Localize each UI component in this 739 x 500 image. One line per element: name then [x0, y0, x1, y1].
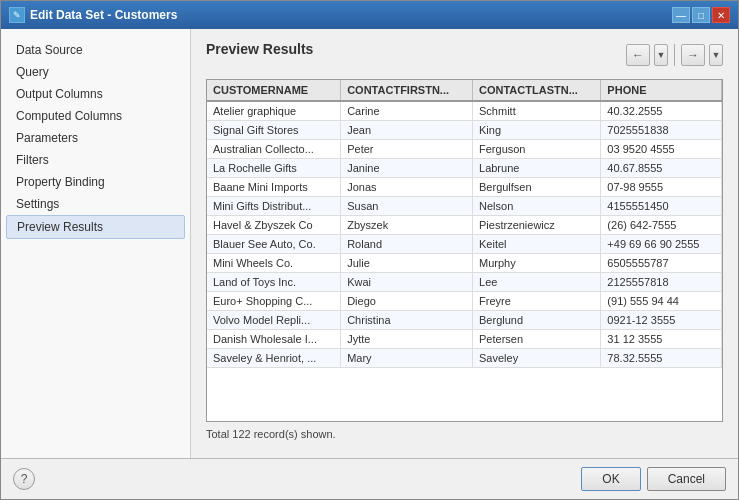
cell-contactlastname: King	[473, 121, 601, 140]
table-row[interactable]: Australian Collecto...PeterFerguson03 95…	[207, 140, 722, 159]
table-row[interactable]: Baane Mini ImportsJonasBergulfsen07-98 9…	[207, 178, 722, 197]
status-text: Total 122 record(s) shown.	[206, 428, 336, 440]
close-button[interactable]: ✕	[712, 7, 730, 23]
cell-customername: Australian Collecto...	[207, 140, 341, 159]
cell-contactfirstname: Julie	[341, 254, 473, 273]
status-bar: Total 122 record(s) shown.	[206, 422, 723, 446]
cell-customername: Euro+ Shopping C...	[207, 292, 341, 311]
table-row[interactable]: Danish Wholesale I...JyttePetersen31 12 …	[207, 330, 722, 349]
dialog-body: Data Source Query Output Columns Compute…	[1, 29, 738, 458]
results-table: CUSTOMERNAME CONTACTFIRSTN... CONTACTLAS…	[207, 80, 722, 368]
cell-contactlastname: Labrune	[473, 159, 601, 178]
cell-contactlastname: Piestrzeniewicz	[473, 216, 601, 235]
table-row[interactable]: Atelier graphiqueCarineSchmitt40.32.2555	[207, 101, 722, 121]
sidebar-item-output-columns[interactable]: Output Columns	[6, 83, 185, 105]
cell-contactfirstname: Zbyszek	[341, 216, 473, 235]
cell-phone: 6505555787	[601, 254, 722, 273]
cell-customername: Havel & Zbyszek Co	[207, 216, 341, 235]
help-button[interactable]: ?	[13, 468, 35, 490]
cell-contactfirstname: Roland	[341, 235, 473, 254]
cell-contactlastname: Bergulfsen	[473, 178, 601, 197]
cell-contactfirstname: Kwai	[341, 273, 473, 292]
table-row[interactable]: Mini Gifts Distribut...SusanNelson415555…	[207, 197, 722, 216]
minimize-button[interactable]: —	[672, 7, 690, 23]
table-row[interactable]: Euro+ Shopping C...DiegoFreyre(91) 555 9…	[207, 292, 722, 311]
title-buttons: — □ ✕	[672, 7, 730, 23]
table-row[interactable]: Havel & Zbyszek CoZbyszekPiestrzeniewicz…	[207, 216, 722, 235]
cell-contactlastname: Ferguson	[473, 140, 601, 159]
cell-phone: 78.32.5555	[601, 349, 722, 368]
forward-dropdown-button[interactable]: ▼	[709, 44, 723, 66]
cell-customername: Danish Wholesale I...	[207, 330, 341, 349]
cell-phone: 7025551838	[601, 121, 722, 140]
table-row[interactable]: Saveley & Henriot, ...MarySaveley78.32.5…	[207, 349, 722, 368]
ok-button[interactable]: OK	[581, 467, 640, 491]
sidebar-item-data-source[interactable]: Data Source	[6, 39, 185, 61]
table-row[interactable]: Volvo Model Repli...ChristinaBerglund092…	[207, 311, 722, 330]
cell-customername: Saveley & Henriot, ...	[207, 349, 341, 368]
table-row[interactable]: La Rochelle GiftsJanineLabrune40.67.8555	[207, 159, 722, 178]
table-row[interactable]: Mini Wheels Co.JulieMurphy6505555787	[207, 254, 722, 273]
sidebar-item-query[interactable]: Query	[6, 61, 185, 83]
cell-contactfirstname: Diego	[341, 292, 473, 311]
cell-phone: 40.67.8555	[601, 159, 722, 178]
forward-button[interactable]: →	[681, 44, 705, 66]
cell-contactlastname: Schmitt	[473, 101, 601, 121]
maximize-button[interactable]: □	[692, 7, 710, 23]
cell-customername: Mini Wheels Co.	[207, 254, 341, 273]
sidebar-item-parameters[interactable]: Parameters	[6, 127, 185, 149]
cell-customername: Volvo Model Repli...	[207, 311, 341, 330]
cell-contactfirstname: Jytte	[341, 330, 473, 349]
main-content: Preview Results ← ▼ → ▼ CUSTOMERNAME	[191, 29, 738, 458]
footer-buttons: OK Cancel	[581, 467, 726, 491]
sidebar-item-property-binding[interactable]: Property Binding	[6, 171, 185, 193]
title-bar: ✎ Edit Data Set - Customers — □ ✕	[1, 1, 738, 29]
cell-contactfirstname: Jean	[341, 121, 473, 140]
cell-contactlastname: Petersen	[473, 330, 601, 349]
table-row[interactable]: Blauer See Auto, Co.RolandKeitel+49 69 6…	[207, 235, 722, 254]
cell-contactlastname: Nelson	[473, 197, 601, 216]
cell-contactlastname: Berglund	[473, 311, 601, 330]
cell-customername: Atelier graphique	[207, 101, 341, 121]
col-header-customername: CUSTOMERNAME	[207, 80, 341, 101]
cell-customername: Blauer See Auto, Co.	[207, 235, 341, 254]
cell-contactfirstname: Susan	[341, 197, 473, 216]
cell-customername: Land of Toys Inc.	[207, 273, 341, 292]
cell-customername: Mini Gifts Distribut...	[207, 197, 341, 216]
cell-phone: (26) 642-7555	[601, 216, 722, 235]
cell-contactfirstname: Peter	[341, 140, 473, 159]
sidebar-item-settings[interactable]: Settings	[6, 193, 185, 215]
cell-contactfirstname: Carine	[341, 101, 473, 121]
col-header-contactfirstname: CONTACTFIRSTN...	[341, 80, 473, 101]
cell-contactfirstname: Janine	[341, 159, 473, 178]
cell-phone: +49 69 66 90 2555	[601, 235, 722, 254]
cell-customername: Baane Mini Imports	[207, 178, 341, 197]
table-row[interactable]: Signal Gift StoresJeanKing7025551838	[207, 121, 722, 140]
cancel-button[interactable]: Cancel	[647, 467, 726, 491]
sidebar-item-preview-results[interactable]: Preview Results	[6, 215, 185, 239]
cell-phone: 31 12 3555	[601, 330, 722, 349]
back-dropdown-button[interactable]: ▼	[654, 44, 668, 66]
cell-contactfirstname: Christina	[341, 311, 473, 330]
table-header-row: CUSTOMERNAME CONTACTFIRSTN... CONTACTLAS…	[207, 80, 722, 101]
title-bar-left: ✎ Edit Data Set - Customers	[9, 7, 177, 23]
cell-phone: 07-98 9555	[601, 178, 722, 197]
cell-phone: 4155551450	[601, 197, 722, 216]
cell-contactlastname: Murphy	[473, 254, 601, 273]
dialog: ✎ Edit Data Set - Customers — □ ✕ Data S…	[0, 0, 739, 500]
cell-phone: (91) 555 94 44	[601, 292, 722, 311]
sidebar-item-computed-columns[interactable]: Computed Columns	[6, 105, 185, 127]
section-title: Preview Results	[206, 41, 313, 57]
toolbar-divider	[674, 44, 675, 66]
cell-phone: 40.32.2555	[601, 101, 722, 121]
sidebar-item-filters[interactable]: Filters	[6, 149, 185, 171]
cell-phone: 2125557818	[601, 273, 722, 292]
table-row[interactable]: Land of Toys Inc.KwaiLee2125557818	[207, 273, 722, 292]
table-wrapper[interactable]: CUSTOMERNAME CONTACTFIRSTN... CONTACTLAS…	[207, 80, 722, 421]
dialog-footer: ? OK Cancel	[1, 458, 738, 499]
cell-customername: La Rochelle Gifts	[207, 159, 341, 178]
cell-customername: Signal Gift Stores	[207, 121, 341, 140]
cell-contactlastname: Keitel	[473, 235, 601, 254]
sidebar: Data Source Query Output Columns Compute…	[1, 29, 191, 458]
back-button[interactable]: ←	[626, 44, 650, 66]
